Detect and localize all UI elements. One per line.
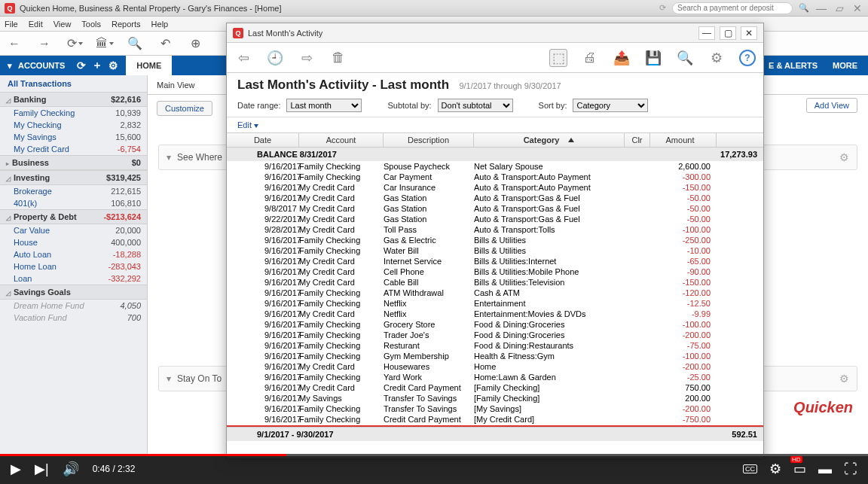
next-icon[interactable]: ▶| <box>35 461 49 477</box>
miniplayer-icon[interactable]: ▭ <box>793 461 806 477</box>
back-icon[interactable]: ← <box>6 35 23 52</box>
sidebar-group-header[interactable]: ◿Investing$319,425 <box>0 170 147 185</box>
window-minimize-icon[interactable]: — <box>815 2 827 14</box>
subtotal-select[interactable]: Don't subtotal <box>438 99 513 112</box>
sidebar-account-row[interactable]: Loan-332,292 <box>0 272 147 285</box>
transaction-row[interactable]: 9/16/2017Family CheckingSpouse PaycheckN… <box>227 161 763 172</box>
col-amount[interactable]: Amount <box>650 133 717 147</box>
magnify-icon[interactable]: 🔍 <box>127 35 143 52</box>
window-restore-icon[interactable]: ▱ <box>833 2 845 14</box>
menu-reports[interactable]: Reports <box>112 20 141 29</box>
sidebar-account-row[interactable]: Auto Loan-18,288 <box>0 248 147 260</box>
transaction-row[interactable]: 9/16/2017Family CheckingGrocery StoreFoo… <box>227 319 763 330</box>
settings-icon[interactable]: ⚙HD <box>769 461 781 477</box>
transaction-row[interactable]: 9/16/2017My Credit CardCar InsuranceAuto… <box>227 182 763 193</box>
transaction-row[interactable]: 9/16/2017Family CheckingATM WithdrawalCa… <box>227 288 763 298</box>
sidebar-account-row[interactable]: Vacation Fund700 <box>0 312 147 324</box>
transaction-row[interactable]: 9/16/2017My Credit CardGas StationAuto &… <box>227 193 763 203</box>
col-date[interactable]: Date <box>227 133 299 147</box>
chevron-down-icon[interactable]: ▾ <box>167 373 171 384</box>
sidebar-group-header[interactable]: ◿Property & Debt-$213,624 <box>0 209 147 224</box>
reconcile-icon[interactable]: ⊕ <box>187 35 203 52</box>
transaction-row[interactable]: 9/16/2017My Credit CardCell PhoneBills &… <box>227 266 763 277</box>
sidebar-account-row[interactable]: Family Checking10,939 <box>0 107 147 119</box>
menu-edit[interactable]: Edit <box>29 20 43 29</box>
edit-dropdown[interactable]: Edit <box>227 117 763 132</box>
transaction-row[interactable]: 9/16/2017Family CheckingWater BillBills … <box>227 245 763 256</box>
customize-button[interactable]: Customize <box>157 101 212 116</box>
transaction-row[interactable]: 9/16/2017Family CheckingGym MembershipHe… <box>227 351 763 361</box>
captions-icon[interactable]: CC <box>743 464 757 473</box>
sort-select[interactable]: Category <box>573 99 648 112</box>
transaction-row[interactable]: 9/16/2017Family CheckingCar PaymentAuto … <box>227 172 763 182</box>
transaction-row[interactable]: 9/16/2017My Credit CardHousewaresHome-20… <box>227 361 763 372</box>
transaction-row[interactable]: 9/16/2017Family CheckingResturantFood & … <box>227 340 763 351</box>
transaction-row[interactable]: 9/16/2017Family CheckingGas & ElectricBi… <box>227 235 763 245</box>
sidebar-account-row[interactable]: My Credit Card-6,754 <box>0 143 147 155</box>
sidebar-account-row[interactable]: My Checking2,832 <box>0 119 147 131</box>
sidebar-group-header[interactable]: ◿Banking$22,616 <box>0 92 147 107</box>
transaction-row[interactable]: 9/16/2017Family CheckingYard WorkHome:La… <box>227 372 763 382</box>
add-view-button[interactable]: Add View <box>806 98 857 113</box>
sidebar-account-row[interactable]: House400,000 <box>0 236 147 248</box>
search-icon[interactable]: 🔍 <box>799 3 809 13</box>
see-where-section[interactable]: See Where <box>177 152 222 163</box>
menu-view[interactable]: View <box>53 20 72 29</box>
dialog-titlebar[interactable]: Q Last Month's Activity — ▢ ✕ <box>227 23 763 43</box>
gear-icon[interactable]: ⚙ <box>839 151 849 163</box>
theater-icon[interactable]: ▬ <box>818 461 832 477</box>
tab-home[interactable]: HOME <box>126 56 172 75</box>
sidebar-account-row[interactable]: Brokerage212,615 <box>0 185 147 197</box>
transaction-row[interactable]: 9/16/2017My Credit CardCredit Card Payme… <box>227 382 763 393</box>
sidebar-account-row[interactable]: Home Loan-283,043 <box>0 260 147 272</box>
window-close-icon[interactable]: ✕ <box>851 2 863 14</box>
volume-icon[interactable]: 🔊 <box>63 461 79 477</box>
transaction-row[interactable]: 9/16/2017Family CheckingNetflixEntertain… <box>227 298 763 309</box>
play-icon[interactable]: ▶ <box>11 461 21 477</box>
trash-icon[interactable]: 🗑 <box>329 49 347 67</box>
col-description[interactable]: Description <box>384 133 474 147</box>
report-body[interactable]: BALANCE 8/31/2017 17,273.93 9/16/2017Fam… <box>227 148 763 458</box>
sidebar-group-header[interactable]: ▸Business$0 <box>0 155 147 170</box>
col-category[interactable]: Category <box>474 133 625 147</box>
global-search-input[interactable] <box>672 2 793 14</box>
history-icon[interactable]: 🕘 <box>266 49 284 67</box>
sidebar-account-row[interactable]: 401(k)106,810 <box>0 197 147 209</box>
date-range-select[interactable]: Last month <box>286 99 362 112</box>
dialog-minimize-icon[interactable]: — <box>698 26 715 40</box>
transaction-row[interactable]: 9/16/2017My Credit CardInternet ServiceB… <box>227 256 763 266</box>
transaction-row[interactable]: 9/16/2017My Credit CardCable BillBills &… <box>227 277 763 288</box>
find-icon[interactable]: 🔍 <box>676 49 694 67</box>
bank-icon[interactable]: 🏛 <box>96 35 113 52</box>
transaction-row[interactable]: 9/28/2017My Credit CardToll PassAuto & T… <box>227 224 763 235</box>
refresh-icon[interactable]: ⟳ <box>659 3 666 13</box>
transaction-row[interactable]: 9/16/2017My Credit CardNetflixEntertainm… <box>227 309 763 319</box>
sync-icon[interactable]: ⟳ <box>66 35 83 52</box>
help-icon[interactable]: ? <box>739 50 756 66</box>
transaction-row[interactable]: 9/16/2017Family CheckingTransfer To Savi… <box>227 403 763 414</box>
transaction-row[interactable]: 9/16/2017Family CheckingCredit Card Paym… <box>227 414 763 425</box>
transaction-row[interactable]: 9/8/2017My Credit CardGas StationAuto & … <box>227 203 763 214</box>
nav-more[interactable]: MORE <box>833 61 857 70</box>
sidebar-account-row[interactable]: Car Value20,000 <box>0 224 147 236</box>
forward-icon[interactable]: ⇨ <box>298 49 316 67</box>
dialog-maximize-icon[interactable]: ▢ <box>720 26 736 40</box>
gear-icon[interactable]: ⚙ <box>108 59 118 72</box>
gear-icon[interactable]: ⚙ <box>839 373 849 385</box>
menu-help[interactable]: Help <box>151 20 169 29</box>
video-progress[interactable] <box>0 454 868 456</box>
save-icon[interactable]: 💾 <box>644 49 662 67</box>
accounts-header[interactable]: ▾ ACCOUNTS ⟳ ＋ ⚙ <box>0 59 126 72</box>
menu-file[interactable]: File <box>5 20 18 29</box>
print-icon[interactable]: 🖨 <box>581 49 599 67</box>
gear-icon[interactable]: ⚙ <box>708 49 726 67</box>
all-transactions-link[interactable]: All Transactions <box>0 75 147 92</box>
transaction-row[interactable]: 9/16/2017Family CheckingTrader Joe'sFood… <box>227 330 763 340</box>
cursor-icon[interactable]: ⬚ <box>549 49 567 67</box>
transaction-row[interactable]: 9/16/2017My SavingsTransfer To Savings[F… <box>227 393 763 403</box>
back-icon[interactable]: ⇦ <box>234 49 252 67</box>
fullscreen-icon[interactable]: ⛶ <box>844 461 857 477</box>
menu-tools[interactable]: Tools <box>81 20 101 29</box>
transaction-row[interactable]: 9/22/2017My Credit CardGas StationAuto &… <box>227 214 763 224</box>
stay-on-top-section[interactable]: Stay On To <box>177 373 222 384</box>
